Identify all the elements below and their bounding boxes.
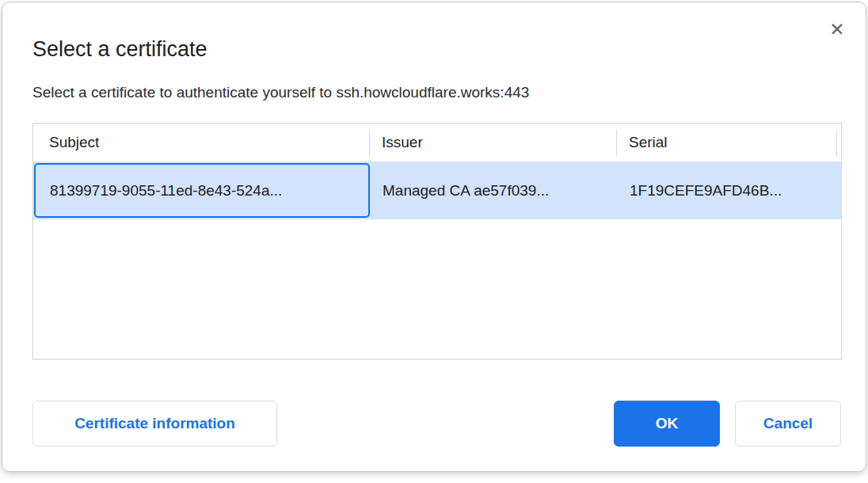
cell-subject[interactable]: 81399719-9055-11ed-8e43-524a... [34,163,370,218]
header-gutter [837,124,841,162]
column-header-serial: Serial [617,124,837,162]
certificate-row-selected[interactable]: 81399719-9055-11ed-8e43-524a... Managed … [33,162,841,219]
ok-button[interactable]: OK [614,401,720,447]
close-icon[interactable]: ✕ [824,17,850,42]
table-header-row: Subject Issuer Serial [33,124,841,162]
cancel-button[interactable]: Cancel [735,401,841,447]
screen: ✕ Select a certificate Select a certific… [0,0,868,483]
certificate-select-dialog: ✕ Select a certificate Select a certific… [2,2,866,472]
dialog-title: Select a certificate [32,37,207,62]
certificate-information-button[interactable]: Certificate information [32,401,277,447]
dialog-subtitle: Select a certificate to authenticate you… [32,84,529,101]
cell-serial[interactable]: 1F19CEFE9AFD46B... [617,162,837,219]
column-header-issuer: Issuer [370,124,617,162]
certificate-table: Subject Issuer Serial 81399719-9055-11ed… [32,123,842,359]
cell-issuer[interactable]: Managed CA ae57f039... [370,162,617,219]
column-header-subject: Subject [33,124,370,162]
